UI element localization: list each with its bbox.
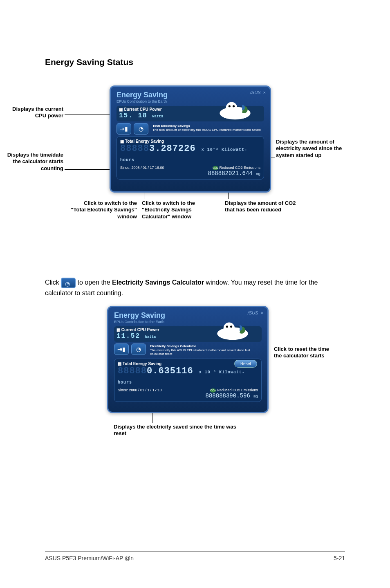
callout-line xyxy=(65,114,112,114)
co2-label: CO₂ Reduced CO2 Emissions xyxy=(213,166,260,170)
svg-point-7 xyxy=(226,325,228,328)
since-timestamp: Since: 2008 / 01 / 17 17:10 xyxy=(118,388,162,393)
tab-row: ⇥▮ ◔ Total Electricity Savings The total… xyxy=(117,123,264,135)
svg-point-3 xyxy=(233,105,235,107)
savings-description: Total Electricity Savings The total amou… xyxy=(151,123,264,135)
total-energy-saving-box: ▦ Total Energy Saving Reset 888880.63511… xyxy=(114,359,262,402)
energy-saving-calculator-panel: /SUS × Energy Saving EPUs Contribution t… xyxy=(107,306,269,413)
kwh-display: 888883.287226 x 10⁻³ Kilowatt-hours xyxy=(120,144,260,164)
callout-saved-since-reset: Displays the electricity saved since the… xyxy=(114,424,240,437)
svg-point-2 xyxy=(229,105,231,107)
calculator-description: Electricity Savings Calculator The elect… xyxy=(148,343,262,357)
callout-line xyxy=(152,411,152,423)
svg-point-1 xyxy=(226,102,237,113)
tab-savings-calculator[interactable]: ◔ xyxy=(134,123,148,135)
co2-value: 888882021.644 mg xyxy=(120,170,260,177)
callout-calculator-start: Displays the time/date the calculator st… xyxy=(4,152,63,172)
since-timestamp: Since: 2008 / 01 / 17 16:00 xyxy=(120,166,164,170)
reset-button[interactable]: Reset xyxy=(234,360,257,368)
callout-switch-total: Click to switch to the "Total Electricit… xyxy=(69,200,137,220)
figure-savings-calculator: Click to reset the time the calculator s… xyxy=(45,306,345,461)
close-icon[interactable]: × xyxy=(261,310,263,315)
tab-total-savings[interactable]: ⇥▮ xyxy=(117,123,131,135)
callout-switch-calculator: Click to switch to the "Electricity Savi… xyxy=(142,200,215,220)
callout-reset-time: Click to reset the time the calculator s… xyxy=(274,346,335,359)
mascot-image xyxy=(217,96,253,120)
mascot-image xyxy=(214,316,251,341)
page-section-title: Energy Saving Status xyxy=(45,57,345,67)
cpu-power-value: 11.52 Watts xyxy=(117,332,156,340)
cpu-power-value: 15. 18 Watts xyxy=(119,112,163,119)
close-area[interactable]: /SUS × xyxy=(248,310,263,315)
energy-saving-panel: /SUS × Energy Saving EPUs Contribution t… xyxy=(110,85,271,193)
page-footer: ASUS P5E3 Premium/WiFi-AP @n 5-21 xyxy=(45,551,345,561)
co2-value: 888888390.596 mg xyxy=(118,393,258,399)
callout-electricity-saved: Displays the amount of electricity saved… xyxy=(276,139,345,159)
close-icon[interactable]: × xyxy=(263,90,266,95)
svg-point-6 xyxy=(224,323,235,334)
brand-logo: /SUS xyxy=(248,310,258,315)
footer-page-number: 5-21 xyxy=(334,555,345,561)
brand-logo: /SUS xyxy=(250,90,261,95)
tab-savings-calculator[interactable]: ◔ xyxy=(131,343,146,355)
tab-total-savings[interactable]: ⇥▮ xyxy=(114,343,129,355)
footer-product: ASUS P5E3 Premium/WiFi-AP @n xyxy=(45,555,134,561)
svg-point-8 xyxy=(230,325,232,328)
tab-row: ⇥▮ ◔ Electricity Savings Calculator The … xyxy=(114,343,262,357)
callout-cpu-power: Displays the current CPU power xyxy=(6,106,63,119)
svg-text:◔: ◔ xyxy=(65,281,70,287)
callout-line xyxy=(65,169,115,170)
close-area[interactable]: /SUS × xyxy=(250,90,266,95)
total-energy-saving-header: ▦ Total Energy Saving xyxy=(120,139,260,144)
callout-co2-reduced: Displays the amount of CO2 that has been… xyxy=(225,200,296,213)
kwh-display: 888880.635116 x 10⁻³ Kilowatt-hours xyxy=(118,366,258,386)
total-energy-saving-box: ▦ Total Energy Saving 888883.287226 x 10… xyxy=(117,136,264,180)
calculator-tab-icon: ◔ xyxy=(61,278,76,288)
figure-energy-saving: Displays the current CPU power Displays … xyxy=(45,85,345,253)
co2-label: CO₂ Reduced CO2 Emissions xyxy=(210,388,258,393)
body-paragraph: Click ◔ to open the Electricity Savings … xyxy=(45,278,345,298)
